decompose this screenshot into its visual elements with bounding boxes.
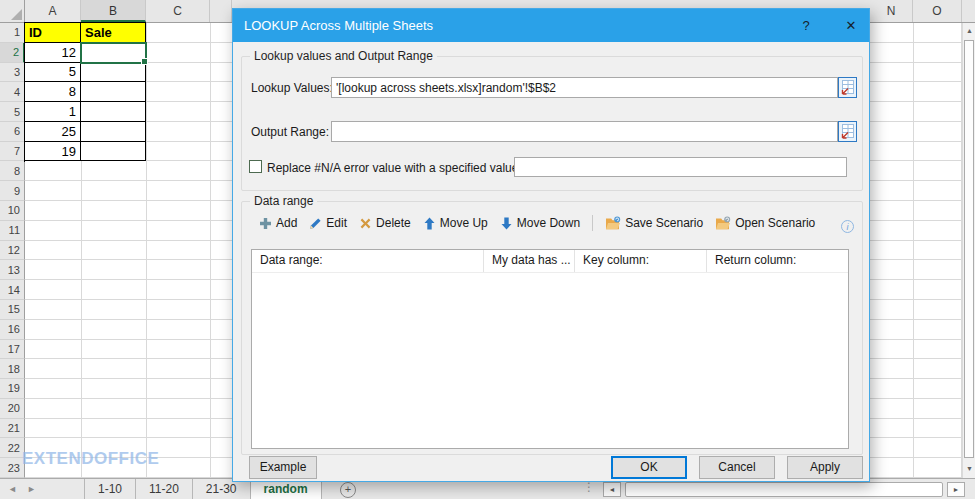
move-down-arrow-icon [500, 217, 513, 230]
row-header-1[interactable]: 1 [0, 23, 25, 43]
vertical-scrollbar-thumb[interactable] [964, 40, 974, 458]
sheet-nav-right-icon[interactable]: ► [27, 479, 36, 499]
ok-button[interactable]: OK [611, 456, 687, 479]
cancel-button[interactable]: Cancel [699, 456, 775, 479]
move-up-button[interactable]: Move Up [423, 216, 488, 230]
list-column-my-data-has[interactable]: My data has ... [484, 250, 575, 272]
dialog-title-bar[interactable]: LOOKUP Across Multiple Sheets [233, 9, 869, 42]
delete-button-label: Delete [376, 216, 411, 230]
row-header-14[interactable]: 14 [0, 280, 25, 300]
cell-A7[interactable]: 19 [25, 142, 81, 162]
edit-button[interactable]: Edit [309, 216, 347, 230]
add-button[interactable]: Add [259, 216, 297, 230]
row-header-15[interactable]: 15 [0, 300, 25, 320]
sheet-tab-21-30[interactable]: 21-30 [193, 479, 251, 499]
column-header-b[interactable]: B [81, 0, 146, 22]
row-header-20[interactable]: 20 [0, 399, 25, 419]
row-header-13[interactable]: 13 [0, 260, 25, 280]
sheet-nav-left-icon[interactable]: ◄ [8, 479, 17, 499]
output-range-label: Output Range: [251, 125, 329, 139]
data-range-list[interactable]: Data range: My data has ... Key column: … [251, 249, 849, 449]
hscroll-right-icon[interactable]: ► [947, 482, 965, 497]
edit-button-label: Edit [326, 216, 347, 230]
column-header-d-partial[interactable] [210, 0, 232, 22]
save-scenario-button[interactable]: Save Scenario [605, 216, 703, 230]
selected-cell-outline[interactable] [80, 42, 147, 64]
delete-button[interactable]: Delete [359, 216, 411, 230]
cell-A6[interactable]: 25 [25, 122, 81, 142]
row-header-4[interactable]: 4 [0, 82, 25, 102]
sheet-tabs: 1-10 11-20 21-30 random [84, 479, 322, 499]
row-header-8[interactable]: 8 [0, 161, 25, 181]
column-header-n[interactable]: N [870, 0, 913, 22]
lookup-values-range-picker-icon[interactable] [838, 77, 857, 98]
cell-A4[interactable]: 8 [25, 82, 81, 102]
gridline-c-d [210, 23, 211, 478]
move-down-button[interactable]: Move Down [500, 216, 580, 230]
select-all-corner[interactable] [0, 0, 25, 22]
data-range-list-header: Data range: My data has ... Key column: … [252, 250, 848, 273]
vertical-scrollbar[interactable]: ▲ ▼ [962, 23, 975, 478]
row-header-18[interactable]: 18 [0, 359, 25, 379]
watermark: EXTENDOFFICE [22, 449, 159, 469]
replace-na-label: Replace #N/A error value with a specifie… [267, 161, 522, 175]
output-range-input[interactable] [331, 121, 838, 142]
replace-na-input[interactable] [514, 157, 847, 177]
replace-na-checkbox[interactable] [249, 160, 262, 173]
row-header-12[interactable]: 12 [0, 241, 25, 261]
cell-A5[interactable]: 1 [25, 102, 81, 122]
edit-pencil-icon [309, 217, 322, 230]
cell-B7[interactable] [81, 142, 146, 162]
list-column-return-column[interactable]: Return column: [707, 250, 848, 272]
row-header-16[interactable]: 16 [0, 320, 25, 340]
horizontal-scrollbar[interactable] [625, 482, 943, 497]
scroll-down-icon[interactable]: ▼ [964, 461, 975, 476]
column-header-c[interactable]: C [146, 0, 210, 22]
close-icon[interactable]: ✕ [836, 9, 866, 42]
save-scenario-button-label: Save Scenario [625, 216, 703, 230]
open-scenario-button[interactable]: Open Scenario [715, 216, 815, 230]
list-column-data-range[interactable]: Data range: [252, 250, 484, 272]
scroll-up-icon[interactable]: ▲ [964, 23, 975, 38]
row-header-2[interactable]: 2 [0, 43, 25, 63]
cell-B3[interactable] [81, 63, 146, 83]
output-range-range-picker-icon[interactable] [838, 121, 857, 142]
row-header-9[interactable]: 9 [0, 181, 25, 201]
sheet-tab-11-20[interactable]: 11-20 [136, 479, 193, 499]
example-button[interactable]: Example [249, 456, 317, 479]
lookup-dialog: LOOKUP Across Multiple Sheets ? ✕ Lookup… [232, 8, 870, 482]
hscroll-left-icon[interactable]: ◄ [603, 482, 621, 497]
new-sheet-plus-icon[interactable]: + [340, 482, 356, 498]
row-header-17[interactable]: 17 [0, 340, 25, 360]
cell-B5[interactable] [81, 102, 146, 122]
open-scenario-folder-icon [715, 216, 731, 230]
info-icon[interactable]: i [841, 220, 854, 233]
cell-A2[interactable]: 12 [25, 43, 81, 63]
row-header-19[interactable]: 19 [0, 379, 25, 399]
cell-A3[interactable]: 5 [25, 63, 81, 83]
row-header-3[interactable]: 3 [0, 63, 25, 83]
cell-B6[interactable] [81, 122, 146, 142]
sheet-tab-1-10[interactable]: 1-10 [84, 479, 136, 499]
row-header-6[interactable]: 6 [0, 122, 25, 142]
gridline-b-c [146, 23, 147, 478]
cell-A1[interactable]: ID [25, 23, 81, 43]
row-header-7[interactable]: 7 [0, 142, 25, 162]
row-header-11[interactable]: 11 [0, 221, 25, 241]
row-header-21[interactable]: 21 [0, 419, 25, 439]
sheet-tab-random[interactable]: random [251, 479, 322, 499]
gridline-n-o [913, 23, 914, 478]
cell-B1[interactable]: Sale [81, 23, 146, 43]
row-header-5[interactable]: 5 [0, 102, 25, 122]
dialog-title: LOOKUP Across Multiple Sheets [244, 18, 433, 33]
delete-x-icon [359, 217, 372, 230]
list-column-key-column[interactable]: Key column: [575, 250, 707, 272]
lookup-values-input[interactable] [331, 77, 838, 98]
cell-B4[interactable] [81, 82, 146, 102]
column-header-o[interactable]: O [913, 0, 962, 22]
apply-button[interactable]: Apply [787, 456, 863, 479]
help-button[interactable]: ? [791, 9, 821, 42]
column-header-a[interactable]: A [25, 0, 81, 22]
row-header-10[interactable]: 10 [0, 201, 25, 221]
tab-scroll-splitter-icon[interactable]: ⋮ [583, 480, 595, 494]
